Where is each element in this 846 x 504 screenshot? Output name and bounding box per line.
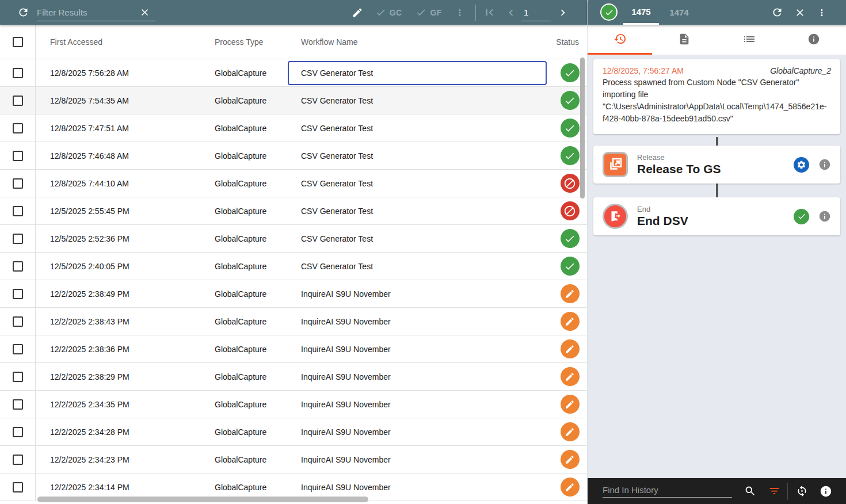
workflow-name-cell[interactable]: CSV Generator Test [301, 234, 552, 243]
node-info-icon[interactable] [818, 158, 831, 171]
sync-icon[interactable] [791, 485, 812, 497]
next-page-icon[interactable] [555, 0, 571, 25]
row-checkbox[interactable] [13, 455, 23, 465]
table-row[interactable]: 12/2/2025 2:34:35 PM GlobalCapture Inqui… [0, 391, 587, 418]
process-type-cell[interactable]: GlobalCapture [215, 151, 301, 161]
workflow-name-cell[interactable]: InquireAI S9U November [301, 483, 552, 492]
workflow-name-cell[interactable]: CSV Generator Test [301, 68, 552, 78]
blocked-status-icon[interactable] [561, 174, 580, 193]
filter-results-field[interactable] [37, 3, 155, 21]
tab-batch-1474[interactable]: 1474 [661, 0, 697, 25]
success-status-icon[interactable] [561, 91, 580, 110]
row-checkbox[interactable] [13, 482, 23, 492]
first-accessed-cell[interactable]: 12/2/2025 2:38:49 PM [36, 289, 215, 299]
process-type-cell[interactable]: GlobalCapture [215, 372, 301, 381]
blocked-status-icon[interactable] [561, 201, 580, 220]
table-row[interactable]: 12/8/2025 7:47:51 AM GlobalCapture CSV G… [0, 114, 587, 142]
edit-status-icon[interactable] [561, 422, 580, 441]
gc-button[interactable]: GC [371, 0, 406, 25]
col-workflow-name[interactable]: Workflow Name [301, 37, 552, 47]
table-row[interactable]: 12/2/2025 2:38:29 PM GlobalCapture Inqui… [0, 363, 587, 391]
table-row[interactable]: 12/8/2025 7:56:28 AM GlobalCapture CSV G… [0, 59, 587, 87]
tab-batch-1475[interactable]: 1475 [623, 0, 659, 25]
edit-status-icon[interactable] [561, 339, 580, 358]
process-type-cell[interactable]: GlobalCapture [215, 262, 301, 271]
col-first-accessed[interactable]: First Accessed [36, 37, 215, 47]
row-checkbox[interactable] [13, 372, 23, 382]
find-in-history-field[interactable] [603, 485, 732, 498]
first-accessed-cell[interactable]: 12/8/2025 7:46:48 AM [36, 151, 215, 161]
workflow-name-cell[interactable]: InquireAI S9U November [301, 345, 552, 354]
tab-history-icon[interactable] [588, 25, 652, 55]
process-type-cell[interactable]: GlobalCapture [215, 234, 301, 243]
first-accessed-cell[interactable]: 12/8/2025 7:47:51 AM [36, 124, 215, 133]
edit-status-icon[interactable] [561, 478, 580, 497]
table-row[interactable]: 12/5/2025 2:55:45 PM GlobalCapture CSV G… [0, 197, 587, 225]
workflow-name-cell[interactable]: InquireAI S9U November [301, 455, 552, 464]
workflow-node-card[interactable]: End End DSV [593, 197, 840, 235]
first-accessed-cell[interactable]: 12/5/2025 2:52:36 PM [36, 234, 215, 243]
filter-results-input[interactable] [37, 7, 135, 17]
edit-status-icon[interactable] [561, 367, 580, 386]
find-in-history-input[interactable] [603, 485, 732, 497]
row-checkbox[interactable] [13, 261, 23, 272]
workflow-name-cell[interactable]: CSV Generator Test [301, 262, 552, 271]
success-status-icon[interactable] [561, 119, 580, 138]
col-status[interactable]: Status [552, 37, 587, 47]
panel-refresh-icon[interactable] [768, 0, 786, 25]
row-checkbox[interactable] [13, 151, 23, 161]
col-process-type[interactable]: Process Type [215, 37, 301, 47]
row-checkbox[interactable] [13, 316, 23, 327]
table-row[interactable]: 12/5/2025 2:40:05 PM GlobalCapture CSV G… [0, 253, 587, 280]
first-accessed-cell[interactable]: 12/2/2025 2:34:14 PM [36, 483, 215, 492]
process-type-cell[interactable]: GlobalCapture [215, 345, 301, 354]
first-accessed-cell[interactable]: 12/2/2025 2:38:29 PM [36, 372, 215, 381]
edit-pencil-icon[interactable] [349, 0, 366, 25]
success-status-icon[interactable] [561, 257, 580, 276]
process-type-cell[interactable]: GlobalCapture [215, 455, 301, 464]
row-checkbox[interactable] [13, 123, 23, 133]
node-info-icon[interactable] [818, 210, 831, 223]
first-accessed-cell[interactable]: 12/8/2025 7:54:35 AM [36, 96, 215, 105]
process-type-cell[interactable]: GlobalCapture [215, 179, 301, 188]
row-checkbox[interactable] [13, 399, 23, 410]
history-info-icon[interactable] [815, 485, 836, 498]
tab-info-icon[interactable] [782, 25, 846, 55]
first-accessed-cell[interactable]: 12/2/2025 2:38:43 PM [36, 317, 215, 326]
table-row[interactable]: 12/8/2025 7:46:48 AM GlobalCapture CSV G… [0, 142, 587, 170]
process-type-cell[interactable]: GlobalCapture [215, 400, 301, 409]
workflow-name-cell[interactable]: CSV Generator Test [301, 179, 552, 188]
success-status-icon[interactable] [561, 229, 580, 248]
table-row[interactable]: 12/2/2025 2:34:23 PM GlobalCapture Inqui… [0, 446, 587, 474]
workflow-name-cell[interactable]: InquireAI S9U November [301, 289, 552, 299]
workflow-name-cell[interactable]: CSV Generator Test [301, 124, 552, 133]
table-row[interactable]: 12/5/2025 2:52:36 PM GlobalCapture CSV G… [0, 225, 587, 253]
process-type-cell[interactable]: GlobalCapture [215, 317, 301, 326]
process-type-cell[interactable]: GlobalCapture [215, 427, 301, 437]
select-all-checkbox[interactable] [13, 37, 23, 47]
workflow-node-card[interactable]: Release Release To GS [593, 146, 840, 184]
tab-list-icon[interactable] [717, 25, 782, 55]
panel-more-options-icon[interactable] [813, 0, 830, 25]
edit-status-icon[interactable] [561, 450, 580, 469]
process-type-cell[interactable]: GlobalCapture [215, 289, 301, 299]
first-accessed-cell[interactable]: 12/2/2025 2:34:28 PM [36, 427, 215, 437]
workflow-name-cell[interactable]: InquireAI S9U November [301, 400, 552, 409]
first-accessed-cell[interactable]: 12/2/2025 2:38:36 PM [36, 345, 215, 354]
row-checkbox[interactable] [13, 206, 23, 216]
gf-button[interactable]: GF [411, 0, 447, 25]
edit-status-icon[interactable] [561, 284, 580, 303]
process-type-cell[interactable]: GlobalCapture [215, 483, 301, 492]
row-checkbox[interactable] [13, 96, 23, 106]
first-accessed-cell[interactable]: 12/2/2025 2:34:35 PM [36, 400, 215, 409]
row-checkbox[interactable] [13, 344, 23, 354]
more-options-icon[interactable] [451, 0, 468, 25]
workflow-name-cell[interactable]: InquireAI S9U November [301, 372, 552, 381]
success-status-icon[interactable] [561, 63, 580, 82]
panel-close-icon[interactable] [791, 0, 809, 25]
process-type-cell[interactable]: GlobalCapture [215, 124, 301, 133]
process-type-cell[interactable]: GlobalCapture [215, 96, 301, 105]
row-checkbox[interactable] [13, 289, 23, 299]
tab-document-icon[interactable] [652, 25, 717, 55]
workflow-name-cell[interactable]: CSV Generator Test [301, 96, 552, 105]
